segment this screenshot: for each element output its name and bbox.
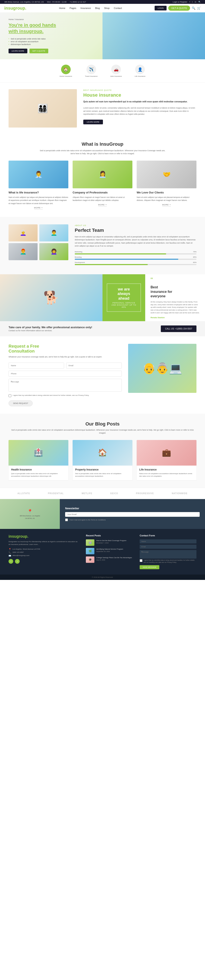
house-insurance-content: Best Insurance Quote House insurance Qui… [83, 89, 197, 124]
newsletter-email-input[interactable] [65, 512, 200, 517]
nav-search-icon[interactable]: 🔍 [192, 6, 195, 10]
footer-submit-btn[interactable]: SEND MESSAGE [140, 565, 159, 569]
consultation-image: 👴👵💻 [128, 344, 197, 393]
footer-address-text: Los Angeles, Street Avenue LA 5749 [13, 548, 40, 550]
home-icon-label: Home Insurance [59, 75, 72, 77]
consult-phone-input[interactable] [8, 371, 122, 377]
service-icon-travel[interactable]: ✈️ Travel Insurance [85, 65, 98, 77]
blog-life-title: Life Insurance [139, 468, 194, 471]
nav-shop[interactable]: Shop [104, 7, 109, 10]
blog-card-life: 💼 Life Insurance Natus error sit volupta… [137, 440, 197, 480]
house-insurance-section: 👨‍👩‍👧‍👦 Best Insurance Quote House insur… [0, 83, 205, 134]
search-icon[interactable]: 🔍 [199, 1, 201, 3]
newsletter-title: Newsletter [65, 507, 200, 510]
footer-form-checkbox-label: I agree that my submitted data is being … [144, 559, 197, 563]
footer-fb-icon[interactable]: f [8, 559, 13, 564]
consult-message-input[interactable] [8, 379, 122, 391]
recent-posts-title: Recent Posts [86, 534, 133, 537]
footer-post-2-img: 🌿 [86, 548, 94, 554]
card-clients-title: We Love Our Clients [137, 191, 197, 194]
service-icon-life[interactable]: 👤 Life Insurance [135, 65, 146, 77]
hero-quote-btn[interactable]: GET A QUOTE [29, 49, 48, 53]
cta-sub-text: Contact us for more information about ou… [8, 329, 92, 332]
login-link[interactable]: Login or Register [173, 1, 187, 3]
partner-prudential: PRUDENTIAL [48, 492, 64, 495]
social-in-icon[interactable]: in [195, 1, 196, 3]
nav-blog[interactable]: Blog [95, 7, 100, 10]
blog-card-property: 🏠 Property Insurance Sed ut perspiciatis… [73, 440, 132, 480]
team-section: 👩‍🦳 👨‍🦱 👨‍🦰 👩‍🦱 About us Perfect Team Na… [0, 217, 205, 274]
nav-login-btn[interactable]: LOGIN [155, 6, 167, 10]
hero-learn-btn[interactable]: LEARN MORE [8, 49, 27, 53]
service-icon-home[interactable]: 🏠 Home Insurance [59, 65, 72, 77]
consult-email-input[interactable] [66, 363, 122, 369]
nav-quote-btn[interactable]: GET A QUOTE [168, 6, 190, 11]
nav-insurance[interactable]: Insurance [80, 7, 91, 10]
house-img-placeholder: 👨‍👩‍👧‍👦 [8, 89, 77, 127]
card-life-link[interactable]: MORE + [34, 207, 43, 210]
card-professionals-title: Company of Professionals [73, 191, 132, 194]
footer-message-input[interactable] [140, 550, 197, 558]
footer-desc: Designation as InsuGroup Pro Membership … [8, 541, 79, 546]
team-content: About us Perfect Team Nam et enim adipis… [75, 224, 197, 267]
consult-name-field [8, 363, 64, 369]
house-insurance-title: House insurance [83, 92, 197, 98]
house-learn-btn[interactable]: LEARN MORE [83, 120, 103, 124]
footer-tw-icon[interactable]: t [15, 559, 20, 564]
blog-cards: 🏥 Health Insurance Quis ut perspiciatis … [8, 440, 197, 480]
nav-cart-icon[interactable]: 🛒 [197, 6, 201, 10]
nav-pages[interactable]: Pages [70, 7, 76, 10]
skill-dev-pct: 60% [193, 261, 197, 263]
team-img-1: 👩‍🦳 [8, 224, 38, 242]
footer-form-checkbox[interactable] [140, 559, 143, 562]
map-area: 📍 385 Brea Avenue, Los Angeles CA 90743,… [0, 499, 60, 529]
about-label: About us [75, 224, 197, 226]
footer-email-input[interactable] [140, 545, 197, 549]
house-insurance-image: 👨‍👩‍👧‍👦 [8, 89, 77, 127]
hero-content: Home / Insurance You're in good hands wi… [0, 13, 205, 59]
nav-home[interactable]: Home [59, 7, 65, 10]
team-desc: Nam et enim adipisci qui atque et consec… [75, 235, 197, 248]
map-address-1: 385 Brea Avenue, Los Angeles [20, 515, 40, 517]
social-fb-icon[interactable]: f [189, 1, 190, 3]
footer-name-input[interactable] [140, 539, 197, 543]
footer-contact-form-col: Contact Form I agree that my submitted d… [140, 534, 197, 569]
consult-name-input[interactable] [8, 363, 64, 369]
consult-message-field [8, 379, 122, 392]
house-section-label: Best Insurance Quote [83, 89, 197, 91]
footer-brand: insugroup. Designation as InsuGroup Pro … [8, 534, 79, 569]
card-clients-link[interactable]: MORE + [162, 204, 171, 207]
footer-post-2-date: September 26, 2018 [96, 550, 133, 552]
nav-contact[interactable]: Contact [114, 7, 122, 10]
map-newsletter-section: 📍 385 Brea Avenue, Los Angeles CA 90743,… [0, 499, 205, 529]
footer-email-text: office@insugroup.com [13, 555, 29, 557]
newsletter-checkbox[interactable] [65, 519, 68, 521]
consult-checkbox[interactable] [8, 395, 11, 397]
hours-text: Mon - Fri 09:00 - 11:00 [47, 1, 67, 3]
consult-submit-btn[interactable]: SEND REQUEST [8, 400, 33, 406]
hero-bullet-2: error sit voluptatem accusantium [8, 41, 197, 43]
newsletter-area: Newsletter I have read and agree to the … [60, 499, 205, 529]
footer-contact-title: Contact Form [140, 534, 197, 537]
footer-logo: insugroup. [8, 534, 79, 539]
dog-icon: 🐕 [43, 290, 59, 305]
copyright-text: © 2018 All Rights Reserved. [92, 576, 113, 578]
quote-body: At this company, they have always treate… [151, 301, 200, 314]
consult-desc: Whatever your Insurance coverage needs a… [8, 355, 122, 358]
footer-form-checkbox-row: I agree that my submitted data is being … [140, 559, 197, 563]
footer-post-1-img: 🏥 [86, 539, 94, 546]
footer-post-3-img: 🎓 [86, 557, 94, 563]
blog-card-health: 🏥 Health Insurance Quis ut perspiciatis … [8, 440, 68, 480]
blog-title: Our Blog Posts [8, 421, 197, 427]
service-icon-auto[interactable]: 🚗 Auto Insurance [111, 65, 122, 77]
social-tw-icon[interactable]: t [192, 1, 192, 3]
team-img-3: 👨‍🦰 [8, 243, 38, 260]
blog-desc: Sed ut perspiciatis unde omnis iste natu… [8, 428, 197, 435]
consult-title: Request a FreeConsultation [8, 344, 122, 353]
quote-author: Renata Stanton [151, 317, 200, 319]
partners-section: ALLSTATE PRUDENTIAL METLIFE GEICO PROGRE… [0, 488, 205, 499]
house-insurance-desc: Quis autem vel eum iure reprehenderit qu… [83, 100, 197, 116]
card-professionals-link[interactable]: MORE + [98, 204, 107, 207]
team-img-2: 👨‍🦱 [39, 224, 68, 242]
cta-call-btn[interactable]: CALL US: +1(800) 154-5507 [161, 325, 197, 332]
